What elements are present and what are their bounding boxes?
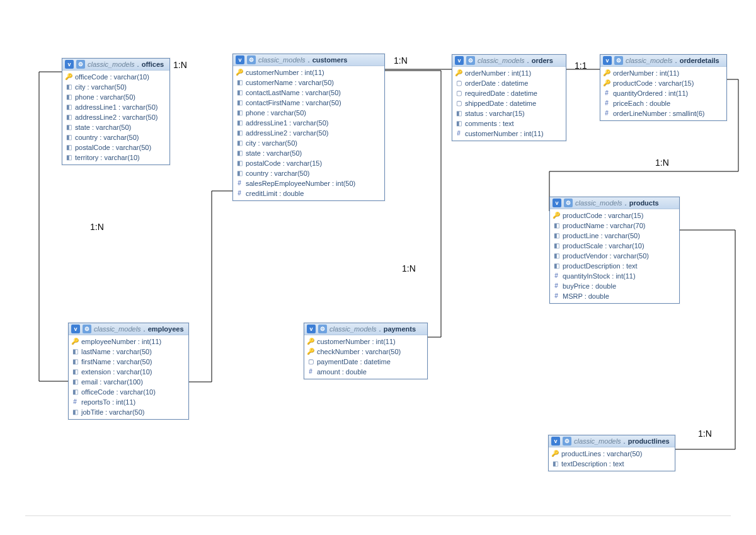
- column-row[interactable]: ◧productLine : varchar(50): [553, 231, 677, 241]
- column-row[interactable]: ◧extension : varchar(10): [71, 367, 186, 377]
- column-row[interactable]: ◧state : varchar(50): [65, 122, 167, 132]
- column-row[interactable]: ▢orderDate : datetime: [455, 78, 563, 88]
- table-employees[interactable]: v⚙classic_models.employees🔑employeeNumbe…: [68, 323, 189, 420]
- column-row[interactable]: ◧postalCode : varchar(50): [65, 142, 167, 152]
- column-row[interactable]: ◧textDescription : text: [551, 459, 672, 469]
- column-text: customerNumber : int(11): [317, 337, 396, 347]
- column-row[interactable]: ◧firstName : varchar(50): [71, 357, 186, 367]
- column-row[interactable]: ◧contactFirstName : varchar(50): [236, 98, 382, 108]
- columns-list: 🔑customerNumber : int(11)🔑checkNumber : …: [304, 335, 427, 379]
- column-row[interactable]: ◧addressLine1 : varchar(50): [236, 118, 382, 128]
- table-payments[interactable]: v⚙classic_models.payments🔑customerNumber…: [304, 323, 428, 379]
- column-row[interactable]: ◧productScale : varchar(10): [553, 241, 677, 251]
- column-text: orderNumber : int(11): [465, 68, 531, 78]
- text-icon: ◧: [65, 82, 72, 92]
- column-row[interactable]: ◧city : varchar(50): [65, 82, 167, 92]
- column-row[interactable]: ◧officeCode : varchar(10): [71, 387, 186, 397]
- column-text: comments : text: [465, 118, 514, 129]
- schema-separator: .: [137, 60, 139, 68]
- column-row[interactable]: #salesRepEmployeeNumber : int(50): [236, 178, 382, 188]
- column-text: customerNumber : int(11): [246, 67, 324, 78]
- column-row[interactable]: ◧addressLine2 : varchar(50): [65, 112, 167, 122]
- column-row[interactable]: 🔑productCode : varchar(15): [603, 78, 724, 88]
- column-row[interactable]: 🔑productLines : varchar(50): [551, 449, 672, 459]
- column-row[interactable]: ◧state : varchar(50): [236, 148, 382, 158]
- column-row[interactable]: ◧jobTitle : varchar(50): [71, 407, 186, 417]
- text-icon: ◧: [553, 221, 560, 231]
- column-row[interactable]: ◧contactLastName : varchar(50): [236, 88, 382, 98]
- column-row[interactable]: 🔑customerNumber : int(11): [236, 67, 382, 78]
- schema-name: classic_models: [626, 57, 673, 64]
- gear-icon: ⚙: [466, 56, 475, 65]
- column-row[interactable]: #priceEach : double: [603, 98, 724, 108]
- column-row[interactable]: ◧city : varchar(50): [236, 138, 382, 148]
- key-icon: 🔑: [71, 337, 79, 347]
- column-row[interactable]: #quantityOrdered : int(11): [603, 88, 724, 98]
- column-row[interactable]: 🔑checkNumber : varchar(50): [307, 347, 425, 357]
- text-icon: ◧: [65, 122, 72, 132]
- column-row[interactable]: ◧phone : varchar(50): [65, 92, 167, 102]
- column-row[interactable]: ◧email : varchar(100): [71, 377, 186, 387]
- column-text: buyPrice : double: [563, 281, 616, 291]
- table-products[interactable]: v⚙classic_models.products🔑productCode : …: [549, 197, 680, 304]
- text-icon: ◧: [71, 387, 79, 397]
- column-row[interactable]: ▢shippedDate : datetime: [455, 98, 563, 108]
- column-row[interactable]: 🔑customerNumber : int(11): [307, 337, 425, 347]
- column-text: creditLimit : double: [246, 188, 304, 198]
- text-icon: ◧: [236, 78, 243, 88]
- column-row[interactable]: #MSRP : double: [553, 291, 677, 301]
- column-row[interactable]: 🔑employeeNumber : int(11): [71, 337, 186, 347]
- view-icon: v: [71, 325, 80, 333]
- column-row[interactable]: ◧productVendor : varchar(50): [553, 251, 677, 261]
- text-icon: ◧: [65, 112, 72, 122]
- column-row[interactable]: ◧country : varchar(50): [236, 168, 382, 178]
- column-row[interactable]: ◧productName : varchar(70): [553, 221, 677, 231]
- table-orderdetails[interactable]: v⚙classic_models.orderdetails🔑orderNumbe…: [600, 54, 727, 121]
- text-icon: ◧: [236, 98, 243, 108]
- column-row[interactable]: 🔑officeCode : varchar(10): [65, 72, 167, 82]
- column-row[interactable]: ◧territory : varchar(10): [65, 152, 167, 163]
- column-text: addressLine2 : varchar(50): [75, 112, 158, 122]
- column-row[interactable]: #quantityInStock : int(11): [553, 271, 677, 281]
- table-header-payments[interactable]: v⚙classic_models.payments: [304, 323, 427, 335]
- table-header-employees[interactable]: v⚙classic_models.employees: [69, 323, 188, 335]
- table-customers[interactable]: v⚙classic_models.customers🔑customerNumbe…: [232, 54, 385, 201]
- column-row[interactable]: #buyPrice : double: [553, 281, 677, 291]
- column-row[interactable]: #creditLimit : double: [236, 188, 382, 198]
- table-offices[interactable]: v⚙classic_models.offices🔑officeCode : va…: [62, 58, 170, 165]
- column-row[interactable]: ◧country : varchar(50): [65, 132, 167, 142]
- key-icon: 🔑: [603, 78, 610, 88]
- text-icon: ◧: [236, 138, 243, 148]
- column-row[interactable]: 🔑productCode : varchar(15): [553, 210, 677, 221]
- column-row[interactable]: ◧customerName : varchar(50): [236, 78, 382, 88]
- column-row[interactable]: ◧phone : varchar(50): [236, 108, 382, 118]
- column-row[interactable]: #customerNumber : int(11): [455, 129, 563, 139]
- column-row[interactable]: ◧addressLine1 : varchar(50): [65, 102, 167, 112]
- column-row[interactable]: #amount : double: [307, 367, 425, 377]
- table-header-products[interactable]: v⚙classic_models.products: [550, 197, 679, 209]
- table-header-customers[interactable]: v⚙classic_models.customers: [233, 54, 384, 66]
- table-header-orders[interactable]: v⚙classic_models.orders: [452, 55, 566, 67]
- column-row[interactable]: ◧lastName : varchar(50): [71, 347, 186, 357]
- table-header-orderdetails[interactable]: v⚙classic_models.orderdetails: [600, 55, 726, 67]
- column-row[interactable]: ▢requiredDate : datetime: [455, 88, 563, 98]
- schema-name: classic_models: [329, 325, 377, 333]
- column-row[interactable]: ◧addressLine2 : varchar(50): [236, 128, 382, 138]
- column-row[interactable]: ◧status : varchar(15): [455, 108, 563, 118]
- table-header-offices[interactable]: v⚙classic_models.offices: [62, 59, 169, 71]
- schema-separator: .: [624, 437, 626, 445]
- column-text: productScale : varchar(10): [563, 241, 644, 251]
- table-orders[interactable]: v⚙classic_models.orders🔑orderNumber : in…: [452, 54, 566, 141]
- column-row[interactable]: 🔑orderNumber : int(11): [603, 68, 724, 78]
- column-row[interactable]: #orderLineNumber : smallint(6): [603, 108, 724, 118]
- table-header-productlines[interactable]: v⚙classic_models.productlines: [549, 435, 675, 447]
- column-row[interactable]: #reportsTo : int(11): [71, 397, 186, 407]
- column-row[interactable]: ◧postalCode : varchar(15): [236, 158, 382, 168]
- column-row[interactable]: ◧comments : text: [455, 118, 563, 129]
- text-icon: ◧: [65, 152, 72, 163]
- column-row[interactable]: ◧productDescription : text: [553, 261, 677, 271]
- table-productlines[interactable]: v⚙classic_models.productlines🔑productLin…: [548, 435, 675, 471]
- column-row[interactable]: 🔑orderNumber : int(11): [455, 68, 563, 78]
- column-row[interactable]: ▢paymentDate : datetime: [307, 357, 425, 367]
- text-icon: ◧: [71, 407, 79, 417]
